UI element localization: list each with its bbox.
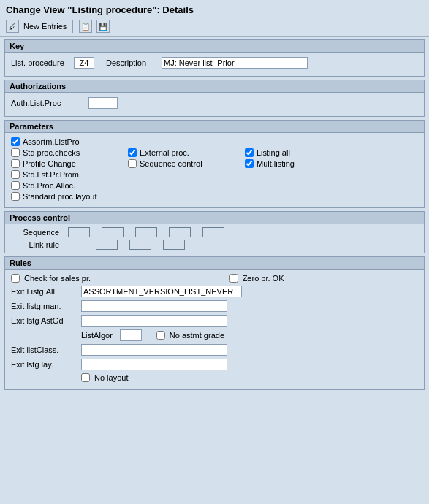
- check-zero-row: Check for sales pr. Zero pr. OK: [11, 274, 418, 283]
- no-astmt-grade-checkbox[interactable]: [156, 331, 165, 340]
- std-proc-checks-row: Std proc.checks: [11, 148, 128, 157]
- auth-section: Authorizations Auth.List.Proc: [4, 80, 425, 117]
- std-lst-pr-prom-label: Std.Lst.Pr.Prom: [23, 170, 79, 179]
- profile-change-row: Profile Change: [11, 159, 128, 168]
- toolbar-separator: [72, 20, 73, 33]
- std-lst-pr-prom-checkbox[interactable]: [11, 170, 20, 179]
- exit-listg-man-label: Exit listg.man.: [11, 302, 77, 310]
- std-proc-layout-row: Standard proc layout: [11, 192, 128, 201]
- sequence-control-row: Sequence control: [128, 159, 245, 168]
- new-entries-label: New Entries: [23, 22, 67, 31]
- sequence-box-5[interactable]: [202, 227, 224, 237]
- exit-listg-man-row: Exit listg.man.: [11, 300, 418, 312]
- params-section-body: Assortm.ListPro Std proc.checks Profile …: [5, 133, 424, 207]
- no-layout-row: No layout: [11, 373, 418, 382]
- std-proc-checks-checkbox[interactable]: [11, 148, 20, 157]
- params-row2: Std proc.checks Profile Change Std.Lst.P…: [11, 148, 418, 203]
- exit-list-class-input[interactable]: [81, 344, 227, 356]
- list-procedure-input[interactable]: [74, 57, 94, 69]
- key-section-header: Key: [5, 40, 424, 53]
- check-sales-pr-label: Check for sales pr.: [24, 274, 91, 283]
- mult-listing-checkbox[interactable]: [245, 159, 254, 168]
- process-control-section: Process control Sequence Link rule: [4, 211, 425, 253]
- no-layout-checkbox[interactable]: [81, 373, 90, 382]
- save-icon[interactable]: 💾: [96, 20, 110, 33]
- exit-lstg-lay-label: Exit lstg lay.: [11, 360, 77, 369]
- exit-lstg-astgd-input[interactable]: [81, 315, 227, 327]
- list-algor-input[interactable]: [120, 329, 142, 341]
- auth-section-header: Authorizations: [5, 80, 424, 93]
- zero-pr-ok-label: Zero pr. OK: [243, 274, 284, 283]
- exit-lstg-lay-input[interactable]: [81, 359, 227, 370]
- list-procedure-label: List. procedure: [11, 58, 69, 67]
- exit-listg-man-input[interactable]: [81, 300, 227, 312]
- external-proc-row: External proc.: [128, 148, 245, 157]
- params-col1: Std proc.checks Profile Change Std.Lst.P…: [11, 148, 128, 203]
- page-title: Change View "Listing procedure": Details: [6, 4, 194, 15]
- std-lst-pr-prom-row: Std.Lst.Pr.Prom: [11, 170, 128, 179]
- std-proc-alloc-row: Std.Proc.Alloc.: [11, 181, 128, 190]
- list-procedure-row: List. procedure Description: [11, 57, 418, 69]
- listing-all-row: Listing all: [245, 148, 362, 157]
- copy-icon[interactable]: 📋: [79, 20, 92, 33]
- rules-section-body: Check for sales pr. Zero pr. OK Exit Lis…: [5, 270, 424, 389]
- process-control-body: Sequence Link rule: [5, 224, 424, 253]
- auth-list-proc-label: Auth.List.Proc: [11, 99, 84, 107]
- no-astmt-grade-label: No astmt grade: [170, 331, 224, 340]
- std-proc-alloc-checkbox[interactable]: [11, 181, 20, 190]
- sequence-box-3[interactable]: [135, 227, 157, 237]
- assortm-checkbox[interactable]: [11, 137, 20, 146]
- assortm-label: Assortm.ListPro: [23, 137, 80, 146]
- check-sales-pr-checkbox[interactable]: [11, 274, 20, 283]
- external-proc-checkbox[interactable]: [128, 148, 137, 157]
- sequence-row: Sequence: [11, 227, 418, 237]
- exit-lstg-lay-row: Exit lstg lay.: [11, 359, 418, 370]
- description-label: Description: [106, 58, 157, 67]
- link-rule-label: Link rule: [11, 240, 62, 249]
- external-proc-label: External proc.: [140, 148, 189, 157]
- profile-change-label: Profile Change: [23, 159, 76, 168]
- param-assortm-row: Assortm.ListPro: [11, 137, 418, 146]
- new-entries-icon[interactable]: 🖊: [6, 20, 19, 33]
- params-section: Parameters Assortm.ListPro Std proc.chec…: [4, 120, 425, 208]
- exit-listg-all-input[interactable]: [81, 286, 242, 297]
- new-entries-button[interactable]: New Entries: [23, 22, 67, 31]
- mult-listing-label: Mult.listing: [257, 159, 295, 168]
- sequence-control-label: Sequence control: [140, 159, 202, 168]
- sequence-box-4[interactable]: [169, 227, 191, 237]
- auth-section-body: Auth.List.Proc: [5, 93, 424, 116]
- std-proc-layout-checkbox[interactable]: [11, 192, 20, 201]
- sequence-control-checkbox[interactable]: [128, 159, 137, 168]
- exit-listg-all-label: Exit Listg.All: [11, 287, 77, 296]
- auth-list-proc-input[interactable]: [88, 97, 118, 109]
- link-rule-box-1[interactable]: [96, 240, 118, 250]
- title-bar: Change View "Listing procedure": Details: [0, 0, 429, 18]
- key-section: Key List. procedure Description: [4, 39, 425, 77]
- profile-change-checkbox[interactable]: [11, 159, 20, 168]
- list-algor-row: ListAlgor No astmt grade: [11, 329, 418, 341]
- std-proc-alloc-label: Std.Proc.Alloc.: [23, 181, 75, 190]
- process-control-header: Process control: [5, 212, 424, 224]
- toolbar: 🖊 New Entries 📋 💾: [0, 18, 429, 37]
- zero-pr-ok-checkbox[interactable]: [229, 274, 238, 283]
- std-proc-layout-label: Standard proc layout: [23, 192, 97, 201]
- listing-all-checkbox[interactable]: [245, 148, 254, 157]
- description-input[interactable]: [162, 57, 308, 69]
- link-rule-box-3[interactable]: [163, 240, 185, 250]
- exit-list-class-row: Exit listClass.: [11, 344, 418, 356]
- params-col2: External proc. Sequence control: [128, 148, 245, 203]
- link-rule-row: Link rule: [11, 240, 418, 250]
- auth-list-proc-row: Auth.List.Proc: [11, 97, 418, 109]
- list-algor-label: ListAlgor: [81, 331, 113, 340]
- exit-listg-all-row: Exit Listg.All: [11, 286, 418, 297]
- sequence-box-1[interactable]: [68, 227, 90, 237]
- no-layout-label: No layout: [94, 373, 128, 382]
- rules-section: Rules Check for sales pr. Zero pr. OK Ex…: [4, 256, 425, 390]
- sequence-box-2[interactable]: [102, 227, 124, 237]
- mult-listing-row: Mult.listing: [245, 159, 362, 168]
- exit-lstg-astgd-label: Exit lstg AstGd: [11, 316, 77, 325]
- listing-all-label: Listing all: [257, 148, 290, 157]
- exit-lstg-astgd-row: Exit lstg AstGd: [11, 315, 418, 327]
- link-rule-box-2[interactable]: [129, 240, 151, 250]
- rules-section-header: Rules: [5, 257, 424, 270]
